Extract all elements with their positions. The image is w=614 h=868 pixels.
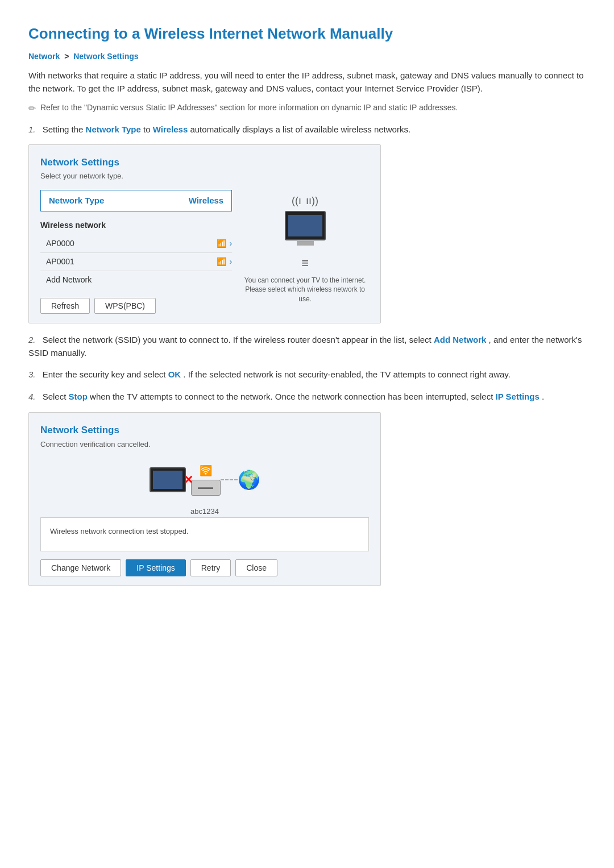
change-network-button[interactable]: Change Network (40, 559, 121, 576)
step3-text: Enter the security key and select (43, 369, 168, 379)
step-4: Select Stop when the TV attempts to conn… (28, 391, 586, 404)
step4-text: Select (43, 392, 69, 401)
retry-button[interactable]: Retry (190, 559, 231, 576)
page-title: Connecting to a Wireless Internet Networ… (28, 23, 586, 45)
ap-name-0: AP0000 (46, 238, 74, 250)
network-type-value: Wireless (189, 194, 224, 207)
wireless-label: Wireless network (40, 219, 232, 231)
wps-button[interactable]: WPS(PBC) (94, 298, 156, 314)
status-text: Wireless network connection test stopped… (50, 527, 189, 535)
panel2-tv-screen (153, 471, 182, 489)
wifi-icon-1: 📶 (217, 256, 226, 268)
step4-end: . (542, 392, 544, 401)
router-wrapper: 🛜 ▬▬▬ (191, 463, 221, 496)
x-mark-icon: ✕ (184, 471, 193, 488)
panel2: Network Settings Connection verification… (28, 412, 381, 586)
chevron-icon-0: › (230, 238, 233, 250)
ap-row-0-right: 📶 › (217, 238, 233, 250)
step-3: Enter the security key and select OK . I… (28, 368, 586, 381)
tv-box (285, 211, 326, 240)
add-network-row[interactable]: Add Network (40, 271, 232, 289)
step4-link2: IP Settings (496, 392, 540, 401)
panel1: Network Settings Select your network typ… (28, 144, 381, 324)
ap-row-1-right: 📶 › (217, 256, 233, 268)
panel2-title: Network Settings (40, 423, 369, 438)
panel1-buttons: Refresh WPS(PBC) (40, 298, 232, 314)
ap-row-1[interactable]: AP0001 📶 › (40, 253, 232, 271)
refresh-button[interactable]: Refresh (40, 298, 90, 314)
connection-diagram-wrapper: ✕ 🛜 ▬▬▬ 🌍 abc1234 (40, 458, 369, 517)
steps-list: Setting the Network Type to Wireless aut… (28, 123, 586, 403)
step-2: Select the network (SSID) you want to co… (28, 334, 586, 359)
ap-name-1: AP0001 (46, 256, 74, 268)
sound-icon: ıı)) (306, 193, 318, 209)
step1-text: Setting the Network Type to Wireless aut… (43, 124, 410, 134)
signal-icon: ((ı (292, 193, 301, 209)
connection-diagram: ✕ 🛜 ▬▬▬ 🌍 (150, 463, 260, 496)
breadcrumb-sep: > (64, 52, 69, 61)
panel1-inner: Network Type Wireless Wireless network A… (40, 190, 369, 314)
step1-link1: Network Type (86, 124, 141, 134)
step1-link2: Wireless (153, 124, 188, 134)
ip-settings-button[interactable]: IP Settings (126, 559, 185, 576)
chevron-icon-1: › (230, 256, 233, 268)
breadcrumb-part2[interactable]: Network Settings (73, 52, 138, 61)
tv-screen (288, 215, 322, 236)
breadcrumb: Network > Network Settings (28, 51, 586, 63)
note-block: ✏ Refer to the "Dynamic versus Static IP… (28, 102, 586, 115)
tv-diagram (285, 211, 326, 246)
pencil-icon: ✏ (28, 102, 36, 115)
remote-icon: ≡ (301, 254, 309, 272)
wifi-signal-icon: 🛜 (200, 463, 212, 479)
step2-text: Select the network (SSID) you want to co… (43, 335, 434, 344)
tv-caption: You can connect your TV to the internet.… (241, 276, 369, 304)
router-box: ▬▬▬ (191, 480, 221, 496)
close-button[interactable]: Close (235, 559, 277, 576)
ap-row-0[interactable]: AP0000 📶 › (40, 235, 232, 253)
panel2-subtitle: Connection verification cancelled. (40, 439, 369, 450)
globe-icon: 🌍 (238, 466, 260, 493)
network-type-row[interactable]: Network Type Wireless (40, 190, 232, 212)
step2-link: Add Network (434, 335, 487, 344)
step4-mid: when the TV attempts to connect to the n… (90, 392, 495, 401)
panel2-buttons: Change Network IP Settings Retry Close (40, 559, 369, 576)
step4-link1: Stop (69, 392, 88, 401)
wifi-icon-0: 📶 (217, 238, 226, 250)
panel1-right: ((ı ıı)) ≡ You can connect your TV to th… (241, 190, 369, 314)
dashed-line (221, 479, 238, 480)
panel1-left: Network Type Wireless Wireless network A… (40, 190, 232, 314)
network-type-label: Network Type (49, 194, 104, 207)
tv-icons: ((ı ıı)) (292, 193, 318, 209)
step3-end: . If the selected network is not securit… (183, 369, 511, 379)
panel2-tv-box (150, 467, 186, 492)
panel1-title: Network Settings (40, 155, 369, 170)
status-box: Wireless network connection test stopped… (40, 517, 369, 551)
breadcrumb-part1[interactable]: Network (28, 52, 60, 61)
note-text: Refer to the "Dynamic versus Static IP A… (40, 102, 458, 114)
step3-link: OK (168, 369, 181, 379)
panel1-subtitle: Select your network type. (40, 171, 369, 182)
tv-stand (297, 241, 314, 246)
router-bars: ▬▬▬ (198, 484, 213, 492)
intro-text: With networks that require a static IP a… (28, 69, 586, 95)
diagram-label: abc1234 (190, 506, 219, 517)
step-1: Setting the Network Type to Wireless aut… (28, 123, 586, 323)
